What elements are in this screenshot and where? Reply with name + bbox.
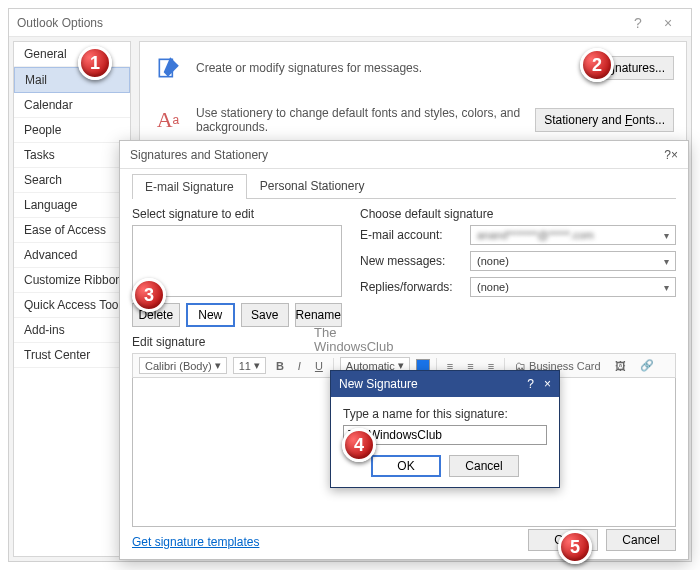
nav-search[interactable]: Search xyxy=(14,168,130,193)
rename-button[interactable]: Rename xyxy=(295,303,343,327)
new-sig-cancel-button[interactable]: Cancel xyxy=(449,455,519,477)
picture-icon[interactable]: 🖼 xyxy=(611,359,630,373)
save-button[interactable]: Save xyxy=(241,303,289,327)
new-sig-title: New Signature xyxy=(339,377,527,391)
marker-2: 2 xyxy=(580,48,614,82)
nav-trust-center[interactable]: Trust Center xyxy=(14,343,130,368)
email-account-label: E-mail account: xyxy=(360,228,464,242)
font-size-dropdown[interactable]: 11 ▾ xyxy=(233,357,266,374)
nav-people[interactable]: People xyxy=(14,118,130,143)
nav-tasks[interactable]: Tasks xyxy=(14,143,130,168)
stationery-icon: Aa xyxy=(152,104,184,136)
marker-5: 5 xyxy=(558,530,592,564)
signature-tabs: E-mail Signature Personal Stationery xyxy=(132,173,676,199)
new-sig-ok-button[interactable]: OK xyxy=(371,455,441,477)
new-messages-label: New messages: xyxy=(360,254,464,268)
signature-desc: Create or modify signatures for messages… xyxy=(196,61,577,75)
signatures-titlebar: Signatures and Stationery ? × xyxy=(120,141,688,169)
replies-label: Replies/forwards: xyxy=(360,280,464,294)
tab-personal-stationery[interactable]: Personal Stationery xyxy=(247,173,378,198)
sig-cancel-button[interactable]: Cancel xyxy=(606,529,676,551)
select-sig-label: Select signature to edit xyxy=(132,207,342,221)
tab-email-signature[interactable]: E-mail Signature xyxy=(132,174,247,199)
sig-close-icon[interactable]: × xyxy=(671,148,678,162)
help-icon[interactable]: ? xyxy=(623,15,653,31)
link-icon[interactable]: 🔗 xyxy=(636,358,658,373)
nav-calendar[interactable]: Calendar xyxy=(14,93,130,118)
chevron-down-icon: ▾ xyxy=(254,359,260,372)
nav-ease-of-access[interactable]: Ease of Access xyxy=(14,218,130,243)
signatures-dialog: Signatures and Stationery ? × E-mail Sig… xyxy=(119,140,689,560)
close-icon[interactable]: × xyxy=(653,15,683,31)
stationery-fonts-button[interactable]: Stationery and Fonts... xyxy=(535,108,674,132)
email-account-dropdown[interactable]: anand*******@*****.com▾ xyxy=(470,225,676,245)
nav-general[interactable]: General xyxy=(14,42,130,67)
nav-addins[interactable]: Add-ins xyxy=(14,318,130,343)
nav-language[interactable]: Language xyxy=(14,193,130,218)
nav-customize-ribbon[interactable]: Customize Ribbon xyxy=(14,268,130,293)
sig-help-icon[interactable]: ? xyxy=(664,148,671,162)
new-sig-titlebar: New Signature ? × xyxy=(331,371,559,397)
italic-button[interactable]: I xyxy=(294,359,305,373)
signatures-title: Signatures and Stationery xyxy=(130,148,664,162)
chevron-down-icon: ▾ xyxy=(664,256,669,267)
stationery-desc: Use stationery to change default fonts a… xyxy=(196,106,523,134)
nav-advanced[interactable]: Advanced xyxy=(14,243,130,268)
marker-3: 3 xyxy=(132,278,166,312)
new-sig-prompt: Type a name for this signature: xyxy=(343,407,547,421)
options-titlebar: Outlook Options ? × xyxy=(9,9,691,37)
new-button[interactable]: New xyxy=(186,303,236,327)
new-messages-dropdown[interactable]: (none)▾ xyxy=(470,251,676,271)
ns-close-icon[interactable]: × xyxy=(544,377,551,391)
chevron-down-icon: ▾ xyxy=(664,230,669,241)
font-name-dropdown[interactable]: Calibri (Body) ▾ xyxy=(139,357,227,374)
signature-icon xyxy=(152,52,184,84)
default-sig-label: Choose default signature xyxy=(360,207,676,221)
chevron-down-icon: ▾ xyxy=(215,359,221,372)
nav-quick-access[interactable]: Quick Access Toolbar xyxy=(14,293,130,318)
underline-button[interactable]: U xyxy=(311,359,327,373)
replies-dropdown[interactable]: (none)▾ xyxy=(470,277,676,297)
bold-button[interactable]: B xyxy=(272,359,288,373)
chevron-down-icon: ▾ xyxy=(664,282,669,293)
ns-help-icon[interactable]: ? xyxy=(527,377,534,391)
options-title: Outlook Options xyxy=(17,16,623,30)
marker-4: 4 xyxy=(342,428,376,462)
options-nav: General Mail Calendar People Tasks Searc… xyxy=(13,41,131,557)
edit-signature-label: Edit signature xyxy=(132,335,676,349)
nav-mail[interactable]: Mail xyxy=(14,67,130,93)
marker-1: 1 xyxy=(78,46,112,80)
